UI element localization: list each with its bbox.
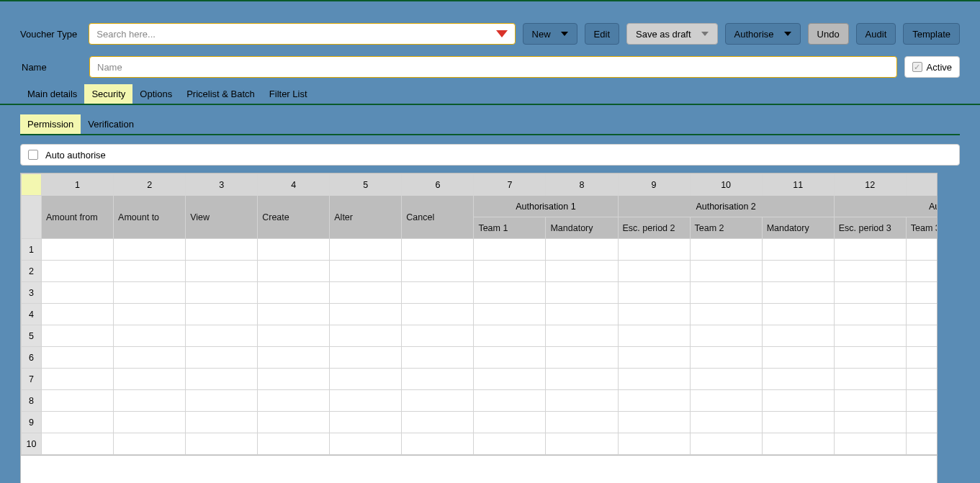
grid-cell[interactable] bbox=[114, 433, 186, 455]
grid-cell[interactable] bbox=[330, 282, 402, 304]
grid-cell[interactable] bbox=[402, 433, 474, 455]
grid-cell[interactable] bbox=[834, 433, 906, 455]
grid-cell[interactable] bbox=[474, 282, 546, 304]
grid-cell[interactable] bbox=[546, 282, 618, 304]
grid-cell[interactable] bbox=[690, 433, 762, 455]
undo-button[interactable]: Undo bbox=[808, 23, 849, 45]
grid-cell[interactable] bbox=[258, 369, 330, 390]
subtab-permission[interactable]: Permission bbox=[20, 114, 81, 134]
grid-cell[interactable] bbox=[546, 412, 618, 433]
grid-cell[interactable] bbox=[330, 304, 402, 325]
grid-cell[interactable] bbox=[906, 433, 938, 455]
grid-cell[interactable] bbox=[42, 282, 114, 304]
subtab-verification[interactable]: Verification bbox=[81, 114, 141, 134]
grid-cell[interactable] bbox=[42, 347, 114, 369]
grid-cell[interactable] bbox=[42, 261, 114, 282]
grid-cell[interactable] bbox=[618, 261, 690, 282]
new-button[interactable]: New bbox=[523, 23, 577, 45]
template-button[interactable]: Template bbox=[903, 23, 960, 45]
grid-cell[interactable] bbox=[42, 369, 114, 390]
grid-cell[interactable] bbox=[618, 390, 690, 412]
grid-cell[interactable] bbox=[906, 325, 938, 347]
grid-cell[interactable] bbox=[474, 261, 546, 282]
grid-cell[interactable] bbox=[690, 304, 762, 325]
grid-cell[interactable] bbox=[42, 239, 114, 261]
grid-cell[interactable] bbox=[834, 261, 906, 282]
grid-cell[interactable] bbox=[690, 347, 762, 369]
grid-cell[interactable] bbox=[42, 325, 114, 347]
row-number[interactable]: 2 bbox=[22, 261, 42, 282]
grid-cell[interactable] bbox=[258, 304, 330, 325]
grid-cell[interactable] bbox=[762, 369, 834, 390]
grid-cell[interactable] bbox=[474, 239, 546, 261]
grid-cell[interactable] bbox=[402, 304, 474, 325]
grid-cell[interactable] bbox=[330, 433, 402, 455]
grid-cell[interactable] bbox=[762, 433, 834, 455]
grid-cell[interactable] bbox=[906, 282, 938, 304]
grid-cell[interactable] bbox=[114, 390, 186, 412]
name-input[interactable] bbox=[89, 56, 897, 78]
grid-cell[interactable] bbox=[402, 261, 474, 282]
grid-cell[interactable] bbox=[474, 433, 546, 455]
grid-cell[interactable] bbox=[330, 261, 402, 282]
grid-cell[interactable] bbox=[258, 282, 330, 304]
row-number[interactable]: 10 bbox=[22, 433, 42, 455]
grid-cell[interactable] bbox=[474, 347, 546, 369]
grid-cell[interactable] bbox=[762, 347, 834, 369]
col-num[interactable]: 2 bbox=[114, 174, 186, 196]
grid-cell[interactable] bbox=[114, 261, 186, 282]
edit-button[interactable]: Edit bbox=[585, 23, 619, 45]
dropdown-icon[interactable] bbox=[496, 30, 508, 37]
col-num[interactable]: 3 bbox=[186, 174, 258, 196]
grid-cell[interactable] bbox=[546, 347, 618, 369]
grid-cell[interactable] bbox=[546, 304, 618, 325]
grid-cell[interactable] bbox=[258, 433, 330, 455]
grid-cell[interactable] bbox=[474, 369, 546, 390]
grid-cell[interactable] bbox=[186, 390, 258, 412]
grid-cell[interactable] bbox=[474, 304, 546, 325]
grid-cell[interactable] bbox=[762, 282, 834, 304]
grid-cell[interactable] bbox=[906, 261, 938, 282]
grid-cell[interactable] bbox=[114, 282, 186, 304]
row-number[interactable]: 7 bbox=[22, 369, 42, 390]
tab-options[interactable]: Options bbox=[132, 84, 179, 104]
grid-cell[interactable] bbox=[762, 304, 834, 325]
grid-cell[interactable] bbox=[690, 390, 762, 412]
grid-cell[interactable] bbox=[402, 347, 474, 369]
grid-cell[interactable] bbox=[114, 347, 186, 369]
grid-cell[interactable] bbox=[690, 239, 762, 261]
grid-cell[interactable] bbox=[402, 390, 474, 412]
tab-pricelist-batch[interactable]: Pricelist & Batch bbox=[179, 84, 262, 104]
grid-cell[interactable] bbox=[546, 239, 618, 261]
grid-cell[interactable] bbox=[42, 304, 114, 325]
grid-cell[interactable] bbox=[618, 369, 690, 390]
grid-cell[interactable] bbox=[906, 369, 938, 390]
grid-cell[interactable] bbox=[690, 412, 762, 433]
grid-cell[interactable] bbox=[906, 412, 938, 433]
row-number[interactable]: 8 bbox=[22, 390, 42, 412]
grid-cell[interactable] bbox=[906, 347, 938, 369]
grid-cell[interactable] bbox=[474, 412, 546, 433]
grid-cell[interactable] bbox=[762, 412, 834, 433]
grid-cell[interactable] bbox=[114, 304, 186, 325]
grid-cell[interactable] bbox=[834, 304, 906, 325]
grid-cell[interactable] bbox=[186, 412, 258, 433]
grid-cell[interactable] bbox=[762, 390, 834, 412]
grid-cell[interactable] bbox=[690, 369, 762, 390]
grid-cell[interactable] bbox=[258, 390, 330, 412]
grid-cell[interactable] bbox=[402, 412, 474, 433]
grid-cell[interactable] bbox=[330, 325, 402, 347]
grid-cell[interactable] bbox=[618, 304, 690, 325]
grid-cell[interactable] bbox=[114, 412, 186, 433]
grid-cell[interactable] bbox=[834, 325, 906, 347]
grid-cell[interactable] bbox=[618, 347, 690, 369]
grid-cell[interactable] bbox=[258, 261, 330, 282]
grid-cell[interactable] bbox=[186, 239, 258, 261]
row-number[interactable]: 3 bbox=[22, 282, 42, 304]
grid-cell[interactable] bbox=[834, 347, 906, 369]
grid-cell[interactable] bbox=[834, 282, 906, 304]
grid-cell[interactable] bbox=[42, 390, 114, 412]
row-number[interactable]: 6 bbox=[22, 347, 42, 369]
col-num[interactable]: 11 bbox=[762, 174, 834, 196]
grid-cell[interactable] bbox=[618, 282, 690, 304]
